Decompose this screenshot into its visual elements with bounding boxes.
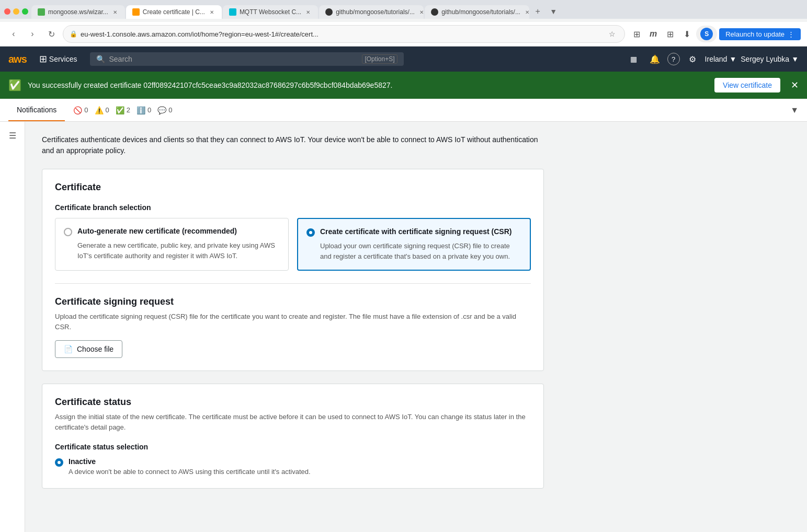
browser-tab-4[interactable]: github/mongoose/tutorials/... ✕ [319,5,424,19]
inactive-description: A device won't be able to connect to AWS… [69,468,311,476]
auto-generate-option[interactable]: Auto-generate new certificate (recommend… [55,218,289,271]
minimize-window-button[interactable] [13,8,19,15]
tab-title-4: github/mongoose/tutorials/... [336,8,415,16]
certificate-card-title: Certificate [55,182,531,193]
auto-generate-description: Generate a new certificate, public key, … [77,240,280,261]
download-button[interactable]: ⬇ [679,27,694,41]
error-count: 🚫 0 [73,106,88,114]
success-icon: ✅ [116,106,124,114]
inactive-option-content: Inactive A device won't be able to conne… [69,457,311,476]
notification-close-button[interactable]: ✕ [791,79,799,91]
aws-header-icons: ▦ 🔔 ? ⚙ Ireland ▼ Sergey Lyubka ▼ [626,51,799,67]
tab-favicon-2 [132,8,140,16]
cert-status-description: Assign the initial state of the new cert… [55,412,531,432]
settings-button[interactable]: ⚙ [684,51,701,67]
tab-close-3[interactable]: ✕ [304,8,312,16]
tab-title-1: mongoose.ws/wizar... [48,8,108,16]
tab-title-5: github/mongoose/tutorials/... [441,8,520,16]
csr-title: Create certificate with certificate sign… [320,227,512,236]
success-notification-banner: ✅ You successfully created certificate 0… [0,72,807,99]
success-check-icon: ✅ [8,79,21,91]
choose-file-button[interactable]: 📄 Choose file [55,340,122,358]
error-count-value: 0 [84,106,88,114]
inactive-radio-option[interactable]: Inactive A device won't be able to conne… [55,457,531,476]
grid-icon: ⊞ [39,53,47,65]
warning-count: ⚠️ 0 [95,106,109,114]
csr-radio[interactable] [306,228,315,237]
apps-button[interactable]: ⊞ [663,27,677,41]
user-menu-button[interactable]: Sergey Lyubka ▼ [741,55,799,63]
auto-generate-header: Auto-generate new certificate (recommend… [64,227,280,236]
tab-title-2: Create certificate | C... [143,8,205,16]
notifications-tab[interactable]: Notifications [8,99,65,121]
region-label: Ireland [705,55,728,63]
tab-close-4[interactable]: ✕ [418,8,424,16]
csr-option[interactable]: Create certificate with certificate sign… [297,218,531,271]
message-count-value: 0 [168,106,172,114]
tab-title-3: MQTT Websocket C... [240,8,301,16]
info-count: ℹ️ 0 [137,106,151,114]
csr-section-description: Upload the certificate signing request (… [55,311,531,332]
services-label: Services [49,55,77,63]
help-button[interactable]: ? [667,53,680,65]
notification-message: You successfully created certificate 02f… [28,81,708,89]
auto-generate-radio[interactable] [64,228,72,236]
user-label: Sergey Lyubka [741,55,789,63]
reload-button[interactable]: ↻ [44,27,59,41]
browser-window-controls [4,8,28,15]
browser-tabs: mongoose.ws/wizar... ✕ Create certificat… [31,4,561,19]
extensions-button[interactable]: ⊞ [629,27,644,41]
hamburger-menu-button[interactable]: ☰ [3,126,22,145]
message-icon: 💬 [157,106,166,114]
certificate-card: Certificate Certificate branch selection… [42,169,544,371]
region-selector[interactable]: Ireland ▼ [705,55,737,63]
certificate-status-card: Certificate status Assign the initial st… [42,384,544,489]
aws-logo[interactable]: aws [8,53,27,65]
message-count: 💬 0 [157,106,172,114]
relaunch-label: Relaunch to update [725,30,785,38]
tab-close-1[interactable]: ✕ [111,8,119,16]
search-icon: 🔍 [96,55,105,63]
forward-button[interactable]: › [25,27,40,41]
page-description: Certificates authenticate devices and cl… [42,134,544,156]
search-input[interactable] [109,55,358,63]
user-chevron-icon: ▼ [791,55,799,63]
notifications-bar-chevron[interactable]: ▼ [790,106,799,115]
csr-section-title: Certificate signing request [55,296,531,307]
relaunch-button[interactable]: Relaunch to update ⋮ [719,28,801,40]
browser-tab-2[interactable]: Create certificate | C... ✕ [126,5,222,19]
tab-favicon-3 [229,8,236,16]
view-certificate-button[interactable]: View certificate [714,78,780,92]
csr-option-header: Create certificate with certificate sign… [306,227,521,237]
notifications-tab-label: Notifications [17,106,56,114]
bookmark-button[interactable]: ☆ [606,28,618,40]
tab-favicon-4 [325,8,333,16]
m-button[interactable]: m [646,27,661,41]
warning-icon: ⚠️ [95,106,104,114]
tab-list-button[interactable]: ▼ [546,4,561,19]
notifications-bell-button[interactable]: 🔔 [646,51,663,67]
back-button[interactable]: ‹ [6,27,21,41]
browser-tab-1[interactable]: mongoose.ws/wizar... ✕ [31,5,125,19]
cloudshell-icon-button[interactable]: ▦ [626,51,642,67]
browser-tab-3[interactable]: MQTT Websocket C... ✕ [223,5,318,19]
new-tab-button[interactable]: + [530,4,545,19]
relaunch-menu-icon: ⋮ [788,30,794,38]
error-icon: 🚫 [73,106,82,114]
inactive-radio[interactable] [55,458,63,467]
browser-tab-5[interactable]: github/mongoose/tutorials/... ✕ [425,5,529,19]
tab-close-2[interactable]: ✕ [208,8,215,16]
close-window-button[interactable] [4,8,10,15]
tab-favicon-1 [38,8,45,16]
auto-generate-title: Auto-generate new certificate (recommend… [77,227,237,235]
maximize-window-button[interactable] [22,8,28,15]
profile-button[interactable]: S [696,26,717,42]
main-content-area: Certificates authenticate devices and cl… [25,122,807,532]
aws-search-bar[interactable]: 🔍 [Option+S] [90,52,404,66]
success-count: ✅ 2 [116,106,130,114]
success-count-value: 2 [127,106,130,114]
notification-counts: 🚫 0 ⚠️ 0 ✅ 2 ℹ️ 0 💬 0 [65,106,180,114]
services-button[interactable]: ⊞ Services [35,51,82,67]
address-bar[interactable]: 🔒 eu-west-1.console.aws.amazon.com/iot/h… [63,25,625,43]
tab-close-5[interactable]: ✕ [524,8,529,16]
